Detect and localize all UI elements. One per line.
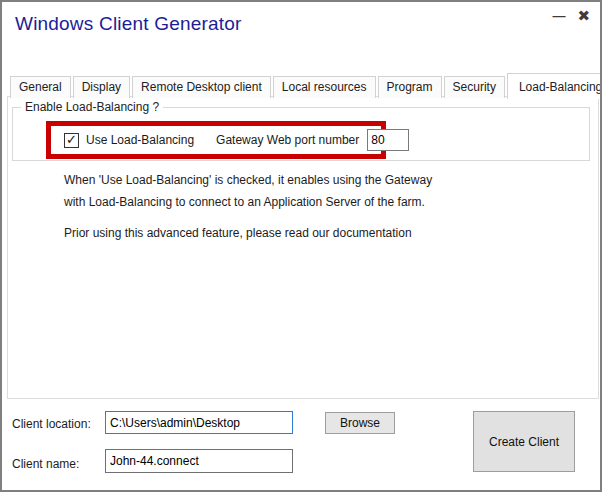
minimize-icon: — — [552, 8, 565, 23]
gateway-web-port-input[interactable] — [367, 129, 409, 151]
red-highlight-annotation: ✓ Use Load-Balancing Gateway Web port nu… — [46, 121, 386, 159]
tab-security[interactable]: Security — [444, 76, 505, 98]
close-button[interactable]: ✖ — [577, 8, 590, 23]
tab-general[interactable]: General — [10, 76, 71, 98]
use-load-balancing-checkbox[interactable]: ✓ — [64, 133, 79, 148]
client-name-label: Client name: — [12, 457, 79, 471]
close-icon: ✖ — [577, 7, 590, 24]
load-balancing-description: When 'Use Load-Balancing' is checked, it… — [64, 169, 432, 244]
use-load-balancing-label: Use Load-Balancing — [86, 133, 194, 147]
tab-display[interactable]: Display — [73, 76, 130, 98]
description-line-2: with Load-Balancing to connect to an App… — [64, 191, 432, 213]
gateway-web-port-label: Gateway Web port number — [216, 133, 359, 147]
browse-button[interactable]: Browse — [325, 412, 395, 434]
tab-bar: General Display Remote Desktop client Lo… — [10, 73, 602, 98]
description-line-1: When 'Use Load-Balancing' is checked, it… — [64, 169, 432, 191]
tab-program[interactable]: Program — [378, 76, 442, 98]
groupbox-title: Enable Load-Balancing ? — [21, 100, 163, 114]
client-location-label: Client location: — [12, 417, 91, 431]
client-name-input[interactable] — [105, 449, 293, 473]
minimize-button[interactable]: — — [552, 9, 565, 22]
client-location-input[interactable] — [105, 411, 293, 434]
page-title: Windows Client Generator — [15, 13, 242, 35]
create-client-button-label: Create Client — [489, 435, 559, 449]
create-client-button[interactable]: Create Client — [473, 411, 575, 472]
window-controls: — ✖ — [552, 8, 590, 23]
description-line-3: Prior using this advanced feature, pleas… — [64, 222, 432, 244]
tab-remote-desktop-client[interactable]: Remote Desktop client — [132, 76, 271, 98]
tab-local-resources[interactable]: Local resources — [273, 76, 376, 98]
checkmark-icon: ✓ — [66, 133, 77, 146]
windows-client-generator-dialog: Windows Client Generator — ✖ General Dis… — [0, 0, 602, 492]
load-balancing-tab-panel: Enable Load-Balancing ? ✓ Use Load-Balan… — [7, 96, 599, 399]
tab-load-balancing[interactable]: Load-Balancing — [507, 73, 602, 99]
browse-button-label: Browse — [340, 416, 380, 430]
